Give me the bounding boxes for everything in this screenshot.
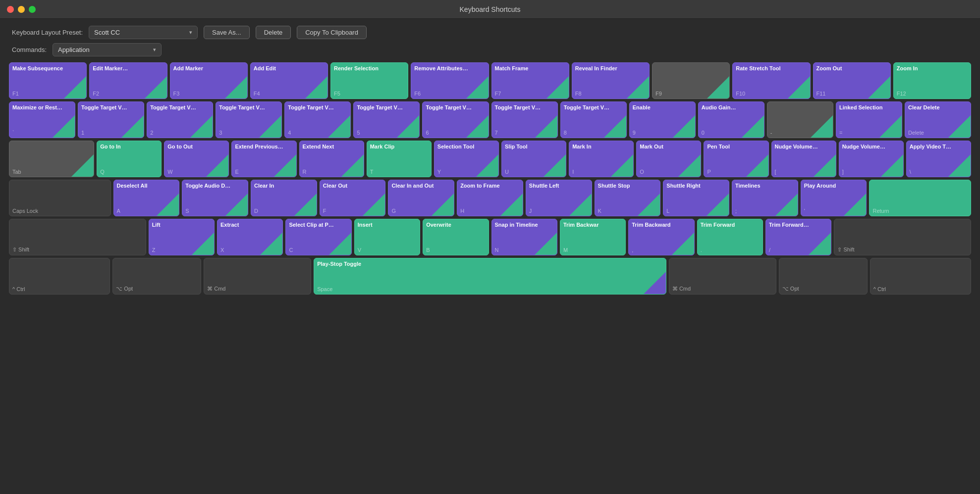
save-as-button[interactable]: Save As... — [204, 26, 250, 39]
key-f4[interactable]: Add EditF4 — [250, 62, 328, 99]
key-6[interactable]: Toggle Target V…6 — [422, 101, 489, 138]
key-;[interactable]: Timelines; — [732, 180, 798, 216]
key-9[interactable]: Enable9 — [629, 101, 696, 138]
key-f8[interactable]: Reveal In FinderF8 — [572, 62, 650, 99]
key-b[interactable]: OverwriteB — [423, 219, 489, 255]
key-3[interactable]: Toggle Target V…3 — [216, 101, 282, 138]
key-t[interactable]: Mark ClipT — [367, 141, 432, 177]
key-z[interactable]: LiftZ — [149, 219, 215, 255]
key-w[interactable]: Go to OutW — [164, 141, 229, 177]
key-j[interactable]: Shuttle LeftJ — [526, 180, 592, 216]
minimize-button[interactable] — [18, 6, 25, 13]
key-l[interactable]: Shuttle RightL — [663, 180, 729, 216]
key-f9[interactable]: F9 — [652, 62, 730, 99]
key-,[interactable]: Trim Backward, — [628, 219, 694, 255]
key-g[interactable]: Clear In and OutG — [388, 180, 454, 216]
key-[[interactable]: Nudge Volume…[ — [771, 141, 836, 177]
key-/[interactable]: Trim Forward…/ — [765, 219, 831, 255]
key-f3[interactable]: Add MarkerF3 — [170, 62, 248, 99]
key-m[interactable]: Trim BackwarM — [560, 219, 626, 255]
key-c[interactable]: Select Clip at P…C — [285, 219, 351, 255]
key-][interactable]: Nudge Volume…] — [839, 141, 904, 177]
key-space[interactable]: Play-Stop ToggleSpace — [314, 258, 666, 295]
key-⇧-shift[interactable]: ⇧ Shift — [9, 219, 146, 255]
key-f11[interactable]: Zoom OutF11 — [813, 62, 891, 99]
key-x[interactable]: ExtractX — [217, 219, 283, 255]
title-bar-buttons — [7, 6, 36, 13]
key-`[interactable]: Maximize or Rest…` — [9, 101, 75, 138]
commands-dropdown[interactable]: Application ▾ — [53, 43, 162, 56]
key-delete[interactable]: Clear DeleteDelete — [905, 101, 971, 138]
copy-to-clipboard-button[interactable]: Copy To Clipboard — [297, 26, 367, 39]
preset-dropdown[interactable]: Scott CC ▾ — [89, 26, 198, 39]
keyboard-area: Make SubsequenceF1Edit Marker…F2Add Mark… — [0, 57, 980, 302]
key-5[interactable]: Toggle Target V…5 — [353, 101, 420, 138]
key-7[interactable]: Toggle Target V…7 — [491, 101, 558, 138]
key-f1[interactable]: Make SubsequenceF1 — [9, 62, 87, 99]
key-1[interactable]: Toggle Target V…1 — [78, 101, 144, 138]
key-v[interactable]: InsertV — [354, 219, 420, 255]
key-i[interactable]: Mark InI — [569, 141, 634, 177]
key-f6[interactable]: Remove Attributes…F6 — [411, 62, 489, 99]
close-button[interactable] — [7, 6, 14, 13]
preset-label: Keyboard Layout Preset: — [12, 29, 83, 36]
key-'[interactable]: Play Around' — [801, 180, 867, 216]
key-^-ctrl[interactable]: ^ Ctrl — [9, 258, 110, 295]
key-8[interactable]: Toggle Target V…8 — [560, 101, 627, 138]
key-⇧-shift[interactable]: ⇧ Shift — [834, 219, 971, 255]
delete-button[interactable]: Delete — [256, 26, 291, 39]
key-.[interactable]: Trim Forward. — [697, 219, 763, 255]
window-title: Keyboard Shortcuts — [460, 5, 521, 13]
key-⌘-cmd[interactable]: ⌘ Cmd — [669, 258, 776, 295]
key-⌥-opt[interactable]: ⌥ Opt — [112, 258, 201, 295]
key-⌥-opt[interactable]: ⌥ Opt — [779, 258, 868, 295]
key-s[interactable]: Toggle Audio D…S — [182, 180, 248, 216]
key-u[interactable]: Slip ToolU — [501, 141, 566, 177]
key-k[interactable]: Shuttle StopK — [595, 180, 661, 216]
key--[interactable]: - — [767, 101, 833, 138]
key-f7[interactable]: Match FrameF7 — [491, 62, 569, 99]
key-2[interactable]: Toggle Target V…2 — [147, 101, 213, 138]
key-4[interactable]: Toggle Target V…4 — [284, 101, 351, 138]
key-0[interactable]: Audio Gain…0 — [698, 101, 764, 138]
key-o[interactable]: Mark OutO — [636, 141, 701, 177]
key-f[interactable]: Clear OutF — [320, 180, 386, 216]
key-f5[interactable]: Render SelectionF5 — [330, 62, 408, 99]
key-a[interactable]: Deselect AllA — [113, 180, 180, 216]
key-⌘-cmd[interactable]: ⌘ Cmd — [204, 258, 311, 295]
key-\[interactable]: Apply Video T…\ — [906, 141, 971, 177]
key-d[interactable]: Clear InD — [251, 180, 317, 216]
key-p[interactable]: Pen ToolP — [704, 141, 768, 177]
key-q[interactable]: Go to InQ — [97, 141, 162, 177]
title-bar: Keyboard Shortcuts — [0, 0, 980, 19]
commands-label: Commands: — [12, 46, 47, 53]
key-r[interactable]: Extend NextR — [299, 141, 364, 177]
key-y[interactable]: Selection ToolY — [434, 141, 499, 177]
maximize-button[interactable] — [29, 6, 36, 13]
key-return[interactable]: Return — [869, 180, 971, 216]
key-f2[interactable]: Edit Marker…F2 — [89, 62, 167, 99]
key-f12[interactable]: Zoom InF12 — [893, 62, 971, 99]
key-^-ctrl[interactable]: ^ Ctrl — [870, 258, 971, 295]
key-caps-lock[interactable]: Caps Lock — [9, 180, 111, 216]
key-e[interactable]: Extend Previous…E — [231, 141, 296, 177]
key-tab[interactable]: Tab — [9, 141, 94, 177]
key-f10[interactable]: Rate Stretch ToolF10 — [732, 62, 810, 99]
key-h[interactable]: Zoom to FrameH — [457, 180, 523, 216]
key-=[interactable]: Linked Selection= — [836, 101, 902, 138]
key-n[interactable]: Snap in TimelineN — [491, 219, 557, 255]
